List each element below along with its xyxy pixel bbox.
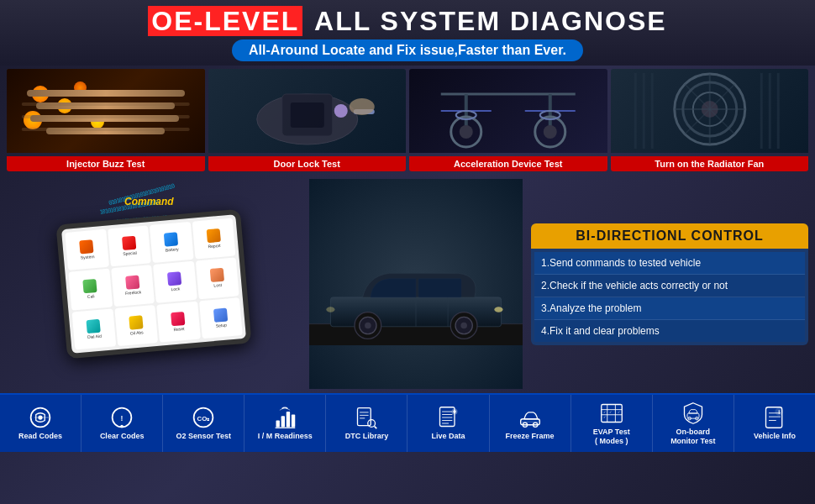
bi-direction-box: BI-DIRECTIONL CONTROL 1.Send commands to… <box>531 223 808 345</box>
middle-section: 0101010101010101010101010 10101010101010… <box>0 175 815 393</box>
svg-point-73 <box>453 411 456 414</box>
svg-point-44 <box>494 307 502 312</box>
tablet-icon-1: System <box>65 229 108 270</box>
tablet-icon-6: Freelock <box>111 265 155 307</box>
bi-item-2: 2.Check if the vehicle acts correctly or… <box>534 275 805 297</box>
car-area <box>309 179 523 389</box>
svg-point-52 <box>120 425 124 428</box>
tablet-icon-2: Special <box>108 226 151 267</box>
tablet-icon-10: Oil Abs <box>114 305 158 346</box>
toolbar-clear-codes[interactable]: ! Clear Codes <box>82 395 163 452</box>
svg-rect-31 <box>760 73 762 149</box>
live-data-label: Live Data <box>432 432 465 441</box>
card-label-door: Door Lock Test <box>208 156 407 171</box>
toolbar-im-readiness[interactable]: I / M Readiness <box>244 395 326 452</box>
svg-rect-57 <box>287 412 290 427</box>
svg-rect-56 <box>281 417 285 428</box>
bi-item-1: 1.Send commands to tested vehicle <box>534 252 805 275</box>
svg-point-14 <box>460 125 473 139</box>
freeze-frame-label: Freeze Frame <box>506 432 555 441</box>
im-readiness-label: I / M Readiness <box>258 432 313 441</box>
svg-rect-55 <box>276 421 280 428</box>
vehicle-info-icon: i <box>763 406 786 429</box>
dtc-library-label: DTC Library <box>345 432 389 441</box>
svg-rect-33 <box>776 73 779 149</box>
svg-point-45 <box>326 307 334 312</box>
svg-rect-29 <box>642 73 644 149</box>
subtitle-bar: All-Around Locate and Fix issue,Faster t… <box>232 39 583 61</box>
title-oe-badge: OE-LEVEL <box>148 6 302 36</box>
card-label-injector: Injector Buzz Test <box>7 156 205 171</box>
image-card-radiator: Turn on the Radiator Fan <box>611 69 809 171</box>
svg-rect-28 <box>634 73 636 149</box>
o2-sensor-label: O2 Sensor Test <box>176 432 231 441</box>
tablet-icon-11: Reset <box>156 301 200 342</box>
svg-point-43 <box>460 323 467 329</box>
card-label-radiator: Turn on the Radiator Fan <box>611 156 809 171</box>
svg-rect-87 <box>687 413 699 418</box>
o2-sensor-icon: CO₂ <box>192 406 215 429</box>
tablet-icon-7: Lock <box>153 261 197 302</box>
card-label-accel: Acceleration Device Test <box>409 156 607 171</box>
tablet-icon-8: Lost <box>195 258 239 299</box>
bottom-toolbar: Read Codes ! Clear Codes CO₂ O2 Sensor T… <box>0 393 815 452</box>
image-card-injector: Injector Buzz Test <box>7 69 205 171</box>
freeze-frame-icon <box>518 406 542 429</box>
toolbar-evap-test[interactable]: ✓ ✓ ✓ ✓ EVAP Test ( Modes ) <box>571 395 653 452</box>
tablet-icon-12: Setup <box>198 297 242 339</box>
svg-point-8 <box>349 98 374 115</box>
svg-rect-1 <box>22 115 190 118</box>
svg-text:✓: ✓ <box>603 415 606 419</box>
svg-point-15 <box>544 125 557 139</box>
toolbar-read-codes[interactable]: Read Codes <box>0 395 82 452</box>
bi-item-3: 3.Analyze the problem <box>534 297 805 320</box>
toolbar-vehicle-info[interactable]: i Vehicle Info <box>734 395 815 452</box>
header-section: OE-LEVEL ALL SYSTEM DIAGNOSE All-Around … <box>0 0 815 66</box>
toolbar-o2-sensor[interactable]: CO₂ O2 Sensor Test <box>163 395 244 452</box>
toolbar-dtc-library[interactable]: DTC Library <box>326 395 408 452</box>
svg-text:CO₂: CO₂ <box>197 415 211 423</box>
svg-text:!: ! <box>121 414 124 423</box>
svg-line-65 <box>375 427 377 429</box>
vehicle-info-label: Vehicle Info <box>754 432 796 441</box>
command-label: Command <box>124 196 174 207</box>
bi-direction-items: 1.Send commands to tested vehicle 2.Chec… <box>531 249 808 345</box>
main-container: OE-LEVEL ALL SYSTEM DIAGNOSE All-Around … <box>0 0 815 504</box>
svg-text:✓: ✓ <box>603 410 606 414</box>
svg-rect-32 <box>768 73 770 149</box>
clear-codes-icon: ! <box>110 406 134 429</box>
svg-point-64 <box>368 420 376 428</box>
toolbar-freeze-frame[interactable]: Freeze Frame <box>490 395 571 452</box>
im-readiness-icon <box>273 406 297 429</box>
toolbar-onboard-monitor[interactable]: On-board Monitor Test <box>653 395 734 452</box>
svg-rect-58 <box>292 415 295 428</box>
toolbar-live-data[interactable]: Live Data <box>408 395 489 452</box>
live-data-icon <box>437 406 460 429</box>
tablet-icon-9: Dial Aid <box>72 308 116 349</box>
svg-rect-30 <box>650 73 653 149</box>
onboard-monitor-icon <box>681 402 705 425</box>
bi-item-4: 4.Fix it and clear problems <box>534 320 805 342</box>
evap-test-icon: ✓ ✓ ✓ ✓ <box>600 402 623 425</box>
svg-rect-0 <box>22 102 190 106</box>
svg-point-40 <box>365 323 371 329</box>
tablet-icon-3: Battery <box>150 222 193 263</box>
svg-text:✓: ✓ <box>618 410 620 414</box>
dtc-library-icon <box>355 406 378 429</box>
image-card-door: Door Lock Test <box>208 69 407 171</box>
image-grid: Injector Buzz Test Door Lock Test <box>0 66 815 175</box>
clear-codes-label: Clear Codes <box>100 432 145 441</box>
read-codes-label: Read Codes <box>18 432 62 441</box>
svg-rect-37 <box>418 279 461 297</box>
svg-rect-5 <box>290 102 323 128</box>
evap-test-label: EVAP Test ( Modes ) <box>593 428 630 446</box>
svg-point-6 <box>334 104 347 118</box>
tablet-icon-5: Cali <box>68 269 112 310</box>
bi-direction-title: BI-DIRECTIONL CONTROL <box>531 223 808 249</box>
svg-text:✓: ✓ <box>609 410 612 414</box>
svg-text:i: i <box>778 409 780 415</box>
tablet-area: 0101010101010101010101010 10101010101010… <box>7 179 301 389</box>
tablet-icon-4: Report <box>192 218 235 260</box>
svg-rect-60 <box>358 408 371 426</box>
svg-rect-2 <box>22 128 190 131</box>
